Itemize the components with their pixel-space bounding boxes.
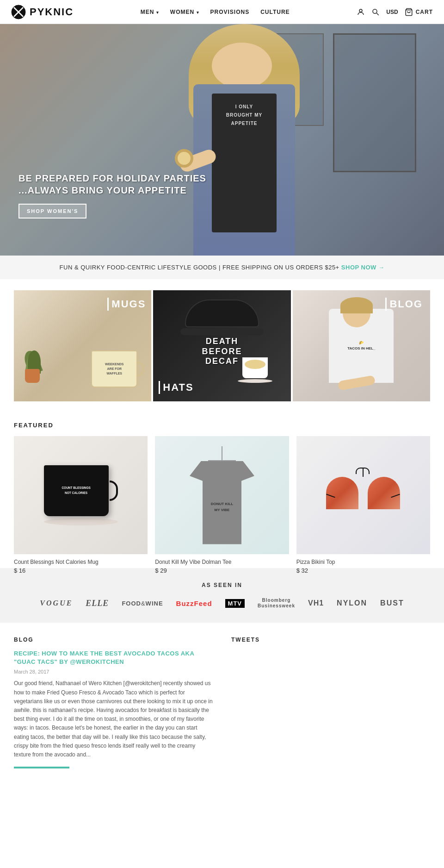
account-icon[interactable] [357, 8, 365, 16]
blog-column-title: BLOG [14, 637, 213, 643]
category-blog-label: BLOG [385, 298, 423, 311]
featured-title: FEATURED [14, 422, 430, 429]
featured-item-2[interactable]: Pizza Bikini Top $ 32 [296, 436, 430, 554]
featured-img-2 [296, 436, 430, 554]
tweets-column-title: TWEETS [231, 637, 430, 643]
category-mugs-label: MUGS [107, 298, 146, 311]
hero-background: I ONLYBROUGHT MYAPPETITE [0, 24, 444, 256]
press-elle: ELLE [86, 599, 109, 608]
blog-column: BLOG RECIPE: HOW TO MAKE THE BEST AVOCAD… [14, 637, 213, 768]
logo[interactable]: PYKNIC [11, 5, 74, 19]
cart-icon [405, 8, 413, 16]
currency-selector[interactable]: USD [386, 9, 398, 15]
svg-point-4 [373, 9, 377, 13]
nav-item-culture[interactable]: CULTURE [260, 9, 290, 15]
featured-name-0: Count Blessings Not Calories Mug [14, 559, 148, 565]
blog-post-body: Our good friend, Nathanael of Wero Kitch… [14, 679, 213, 759]
category-hats-label: HATS [159, 381, 193, 394]
press-section: AS SEEN IN VOGUE ELLE FOOD&WINE BuzzFeed… [0, 568, 444, 623]
blog-post-title[interactable]: RECIPE: HOW TO MAKE THE BEST AVOCADO TAC… [14, 649, 213, 666]
site-header: PYKNIC MEN ▾ WOMEN ▾ PROVISIONS CULTURE … [0, 0, 444, 24]
featured-price-1: $ 29 [155, 567, 289, 574]
svg-point-3 [359, 9, 362, 12]
featured-price-0: $ 16 [14, 567, 148, 574]
cart-label: CART [416, 9, 433, 15]
main-nav: MEN ▾ WOMEN ▾ PROVISIONS CULTURE [141, 9, 290, 15]
featured-price-2: $ 32 [296, 567, 430, 574]
featured-name-2: Pizza Bikini Top [296, 559, 430, 565]
bottom-section: BLOG RECIPE: HOW TO MAKE THE BEST AVOCAD… [0, 623, 444, 782]
press-bloomberg: BloombergBusinessweek [258, 598, 295, 609]
tweets-column: TWEETS [231, 637, 430, 768]
press-vogue: VOGUE [40, 599, 73, 607]
banner-link[interactable]: SHOP NOW → [341, 264, 385, 271]
press-nylon: NYLON [337, 599, 367, 607]
categories-grid: WEEKENDSARE FORWAFFLES MUGS [0, 279, 444, 412]
hat-text: DEATH BEFORE DECAF [202, 337, 242, 367]
hero-cta-button[interactable]: SHOP WOMEN'S [18, 204, 86, 219]
press-vh1: VH1 [308, 599, 324, 607]
featured-name-1: Donut Kill My Vibe Dolman Tee [155, 559, 289, 565]
featured-img-0: COUNT BLESSINGSNOT CALORIES [14, 436, 148, 554]
featured-img-1: DONUT KILLMY VIBE [155, 436, 289, 554]
press-mtv: MTV [225, 599, 245, 608]
press-foodwine: FOOD&WINE [122, 600, 163, 607]
nav-item-women[interactable]: WOMEN ▾ [170, 9, 199, 15]
featured-item-0[interactable]: COUNT BLESSINGSNOT CALORIES Count Blessi… [14, 436, 148, 554]
featured-grid: COUNT BLESSINGSNOT CALORIES Count Blessi… [14, 436, 430, 554]
hero-section: I ONLYBROUGHT MYAPPETITE BE PREPARED FOR… [0, 24, 444, 256]
promo-banner: FUN & QUIRKY FOOD-CENTRIC LIFESTYLE GOOD… [0, 256, 444, 279]
hero-text: BE PREPARED FOR HOLIDAY PARTIES ...ALWAY… [18, 172, 206, 219]
press-title: AS SEEN IN [18, 582, 426, 588]
category-hats[interactable]: DEATH BEFORE DECAF HATS [153, 290, 290, 401]
blog-read-more-bar[interactable] [14, 767, 69, 768]
logo-text: PYKNIC [30, 6, 74, 18]
press-bust: BUST [380, 599, 404, 607]
cart-button[interactable]: CART [405, 8, 433, 16]
hero-tagline: BE PREPARED FOR HOLIDAY PARTIES ...ALWAY… [18, 172, 206, 196]
featured-section: FEATURED COUNT BLESSINGSNOT CALORIES Cou… [0, 412, 444, 568]
category-blog[interactable]: 🌮TACOS IN HEL_ BLOG [293, 290, 430, 401]
press-buzzfeed: BuzzFeed [176, 599, 212, 607]
search-icon[interactable] [371, 8, 380, 16]
svg-line-5 [377, 13, 379, 15]
press-logos: VOGUE ELLE FOOD&WINE BuzzFeed MTV Bloomb… [18, 598, 426, 609]
header-right: USD CART [357, 8, 433, 16]
category-mugs[interactable]: WEEKENDSARE FORWAFFLES MUGS [14, 290, 151, 401]
blog-post-date: March 28, 2017 [14, 669, 213, 674]
banner-text: FUN & QUIRKY FOOD-CENTRIC LIFESTYLE GOOD… [60, 264, 339, 271]
nav-item-men[interactable]: MEN ▾ [141, 9, 159, 15]
nav-item-provisions[interactable]: PROVISIONS [210, 9, 250, 15]
logo-icon [11, 5, 26, 19]
featured-item-1[interactable]: DONUT KILLMY VIBE Donut Kill My Vibe Dol… [155, 436, 289, 554]
